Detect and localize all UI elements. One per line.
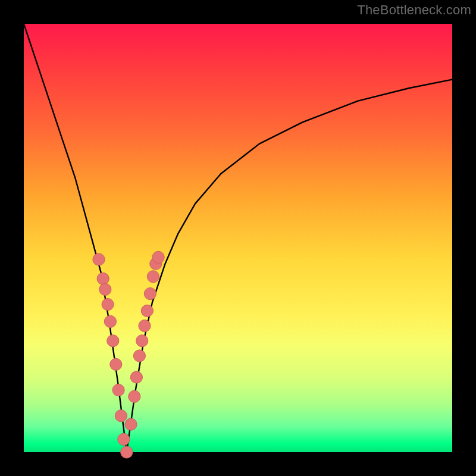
data-marker — [125, 418, 137, 430]
data-marker — [115, 410, 127, 422]
data-marker — [118, 433, 130, 445]
data-marker — [104, 315, 116, 327]
data-marker — [107, 335, 119, 347]
data-marker — [102, 299, 114, 311]
data-marker — [152, 251, 164, 263]
data-marker — [139, 320, 151, 332]
chart-frame: TheBottleneck.com — [0, 0, 476, 476]
data-marker — [129, 390, 140, 402]
data-marker — [136, 335, 148, 347]
data-marker — [133, 350, 145, 362]
data-marker — [147, 271, 159, 283]
watermark-text: TheBottleneck.com — [357, 2, 471, 18]
data-marker — [130, 371, 142, 383]
chart-overlay — [24, 24, 452, 452]
data-marker — [93, 253, 105, 265]
bottleneck-curve — [24, 24, 452, 452]
data-marker — [121, 446, 133, 458]
marker-layer — [93, 251, 164, 458]
data-marker — [99, 283, 111, 295]
data-marker — [97, 273, 109, 284]
data-marker — [112, 384, 124, 396]
data-marker — [144, 288, 156, 300]
data-marker — [110, 358, 122, 370]
data-marker — [141, 305, 153, 317]
